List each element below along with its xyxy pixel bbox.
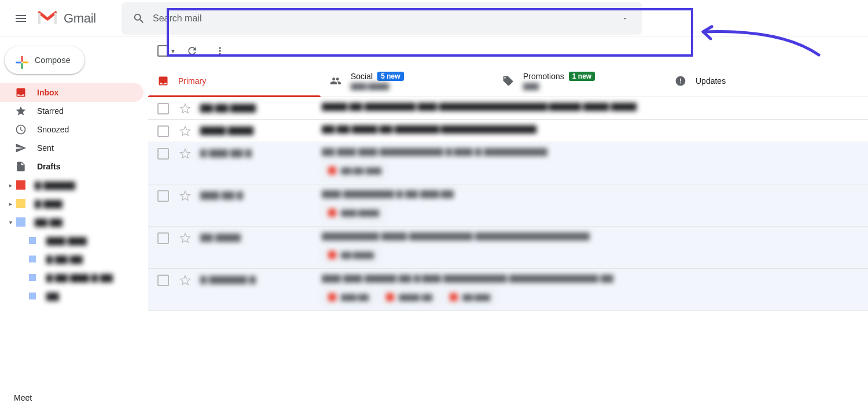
social-tab-icon (330, 75, 341, 87)
sidebar-item-starred[interactable]: Starred (0, 102, 144, 120)
tab-updates[interactable]: Updates (665, 65, 838, 97)
sidebar-sublabel[interactable]: ▇▇ (0, 287, 148, 305)
hamburger-icon (14, 12, 28, 25)
attachment-chip[interactable]: ▇▇ ▇▇▇▇ (322, 246, 380, 264)
tab-promotions[interactable]: Promotions1 new ▇▇▇ (493, 65, 665, 97)
label-color-icon (16, 199, 25, 208)
row-checkbox[interactable] (157, 232, 169, 244)
sender: ▇ ▇▇▇ ▇▇ ▇ (200, 148, 322, 157)
star-button[interactable] (179, 125, 191, 137)
svg-rect-2 (21, 56, 23, 61)
svg-rect-3 (23, 62, 28, 64)
select-all-checkbox[interactable] (157, 45, 169, 57)
row-checkbox[interactable] (157, 190, 169, 202)
label-color-icon (16, 217, 25, 227)
more-button[interactable] (208, 39, 231, 62)
toolbar: ▼ (148, 37, 868, 65)
expand-icon[interactable]: ▾ (6, 219, 15, 225)
email-row[interactable]: ▇ ▇▇▇ ▇▇ ▇ ▇▇ ▇▇▇ ▇▇▇ ▇▇▇▇▇▇▇▇▇▇ ▇ ▇▇▇ ▇… (148, 142, 868, 184)
send-icon (15, 142, 27, 154)
select-dropdown[interactable]: ▼ (170, 48, 176, 54)
star-button[interactable] (179, 190, 191, 202)
subject: ▇▇ ▇▇▇ ▇▇▇ ▇▇▇▇▇▇▇▇▇▇ ▇ ▇▇▇ ▇ ▇▇▇▇▇▇▇▇▇▇ (322, 147, 859, 156)
sidebar: Compose Inbox Starred Snoozed Sent Draft… (0, 37, 148, 407)
subject: ▇▇▇▇▇▇▇▇▇ ▇▇▇▇ ▇▇▇▇▇▇▇▇▇▇ ▇▇▇▇▇▇▇▇▇▇▇▇▇▇… (322, 231, 859, 240)
email-row[interactable]: ▇▇ ▇▇▇▇ ▇▇▇▇▇▇▇▇▇ ▇▇▇▇ ▇▇▇▇▇▇▇▇▇▇ ▇▇▇▇▇▇… (148, 227, 868, 269)
sidebar-item-sent[interactable]: Sent (0, 139, 144, 157)
primary-tab-icon (157, 75, 169, 87)
sender: ▇ ▇▇▇▇▇▇ ▇ (200, 275, 322, 284)
subject: ▇▇▇ ▇▇▇ ▇▇▇▇▇ ▇▇ ▇ ▇▇▇ ▇▇▇▇▇▇▇▇▇▇ ▇▇▇▇▇▇… (322, 273, 859, 283)
gmail-logo-icon (37, 10, 58, 27)
expand-icon[interactable]: ▸ (6, 182, 15, 188)
sender: ▇▇ ▇▇▇▇ (200, 232, 322, 242)
sidebar-sublabel[interactable]: ▇▇▇ ▇▇▇ (0, 231, 148, 250)
drafts-icon (15, 161, 27, 172)
email-row[interactable]: ▇▇ ▇▇ ▇▇▇▇ ▇▇▇▇ ▇▇ ▇▇▇▇▇▇▇▇ ▇▇▇ ▇▇▇▇▇▇▇▇… (148, 97, 868, 120)
star-button[interactable] (179, 103, 191, 114)
compose-plus-icon (13, 53, 27, 67)
sidebar-label[interactable]: ▾▇▇ ▇▇ (0, 213, 148, 231)
email-row[interactable]: ▇ ▇▇▇▇▇▇ ▇ ▇▇▇ ▇▇▇ ▇▇▇▇▇ ▇▇ ▇ ▇▇▇ ▇▇▇▇▇▇… (148, 269, 868, 311)
email-row[interactable]: ▇▇▇▇ ▇▇▇▇ ▇▇ ▇▇ ▇▇▇▇ ▇▇ ▇▇▇▇▇▇▇ ▇▇▇▇▇▇▇▇… (148, 120, 868, 142)
more-vert-icon (214, 45, 226, 57)
row-checkbox[interactable] (157, 103, 169, 114)
sender: ▇▇ ▇▇ ▇▇▇▇ (200, 103, 322, 112)
sidebar-label[interactable]: ▸▇ ▇▇▇ (0, 194, 148, 213)
label-color-icon (29, 274, 36, 281)
main-menu-button[interactable] (7, 5, 35, 32)
search-button[interactable] (125, 5, 153, 32)
attachment-chip[interactable]: ▇▇▇ ▇▇▇▇ (322, 204, 385, 221)
tab-social[interactable]: Social5 new ▇▇▇ ▇▇▇▇ (321, 65, 493, 97)
subject: ▇▇ ▇▇ ▇▇▇▇ ▇▇ ▇▇▇▇▇▇▇ ▇▇▇▇▇▇▇▇▇▇▇▇▇▇▇ (322, 124, 859, 134)
star-button[interactable] (179, 232, 191, 244)
chip-icon (450, 293, 458, 301)
subject: ▇▇▇ ▇▇▇▇▇▇▇▇ ▇ ▇▇ ▇▇▇ ▇▇ (322, 189, 859, 198)
caret-down-icon (621, 15, 628, 22)
label-text: ▇ ▇▇▇▇▇ (35, 180, 75, 190)
row-checkbox[interactable] (157, 275, 169, 286)
compose-button[interactable]: Compose (5, 46, 84, 74)
search-input[interactable] (153, 13, 611, 24)
star-button[interactable] (179, 275, 191, 286)
email-list: ▇▇ ▇▇ ▇▇▇▇ ▇▇▇▇ ▇▇ ▇▇▇▇▇▇▇▇ ▇▇▇ ▇▇▇▇▇▇▇▇… (148, 97, 868, 407)
sidebar-label[interactable]: ▸▇ ▇▇▇▇▇ (0, 176, 148, 194)
attachment-chip[interactable]: ▇▇▇▇ ▇▇ (380, 288, 438, 306)
search-options-button[interactable] (611, 5, 639, 32)
label-color-icon (16, 180, 25, 190)
meet-section-label[interactable]: Meet (14, 393, 32, 402)
row-checkbox[interactable] (157, 148, 169, 160)
header: Gmail (0, 0, 868, 37)
svg-rect-0 (38, 13, 41, 24)
main-area: Compose Inbox Starred Snoozed Sent Draft… (0, 37, 868, 407)
label-text: ▇▇▇ ▇▇▇ (46, 236, 87, 245)
label-color-icon (29, 256, 36, 262)
row-checkbox[interactable] (157, 125, 169, 137)
label-text: ▇▇ (46, 291, 59, 301)
gmail-logo[interactable]: Gmail (37, 10, 96, 27)
sidebar-item-inbox[interactable]: Inbox (0, 83, 144, 102)
attachment-chip[interactable]: ▇▇ ▇▇ ▇▇▇ (322, 162, 388, 179)
label-color-icon (29, 293, 36, 299)
refresh-icon (186, 45, 198, 57)
search-bar[interactable] (122, 2, 642, 35)
label-text: ▇ ▇▇ ▇▇▇ ▇ ▇▇ (46, 273, 113, 282)
star-button[interactable] (179, 148, 191, 160)
sidebar-item-drafts[interactable]: Drafts (0, 157, 144, 176)
sidebar-item-snoozed[interactable]: Snoozed (0, 120, 144, 139)
svg-rect-4 (21, 63, 23, 68)
refresh-button[interactable] (181, 39, 204, 62)
chip-icon (328, 209, 336, 217)
promotions-tab-icon (502, 75, 514, 87)
sidebar-sublabel[interactable]: ▇ ▇▇ ▇▇ (0, 250, 148, 268)
email-row[interactable]: ▇▇▇ ▇▇ ▇ ▇▇▇ ▇▇▇▇▇▇▇▇ ▇ ▇▇ ▇▇▇ ▇▇▇▇▇ ▇▇▇… (148, 184, 868, 227)
label-text: ▇ ▇▇▇ (35, 199, 62, 208)
subject: ▇▇▇▇ ▇▇ ▇▇▇▇▇▇▇▇ ▇▇▇ ▇▇▇▇▇▇▇▇▇▇▇▇▇▇▇▇▇ ▇… (322, 102, 859, 111)
attachment-chip[interactable]: ▇▇ ▇▇▇ (443, 288, 496, 306)
attachment-chip[interactable]: ▇▇▇ ▇▇ (322, 288, 375, 306)
content-area: ▼ Primary Social5 new ▇▇▇ ▇▇▇▇ (148, 37, 868, 407)
sidebar-sublabel[interactable]: ▇ ▇▇ ▇▇▇ ▇ ▇▇ (0, 268, 148, 287)
expand-icon[interactable]: ▸ (6, 201, 15, 207)
tab-primary[interactable]: Primary (148, 65, 321, 97)
promotions-badge: 1 new (569, 72, 595, 81)
